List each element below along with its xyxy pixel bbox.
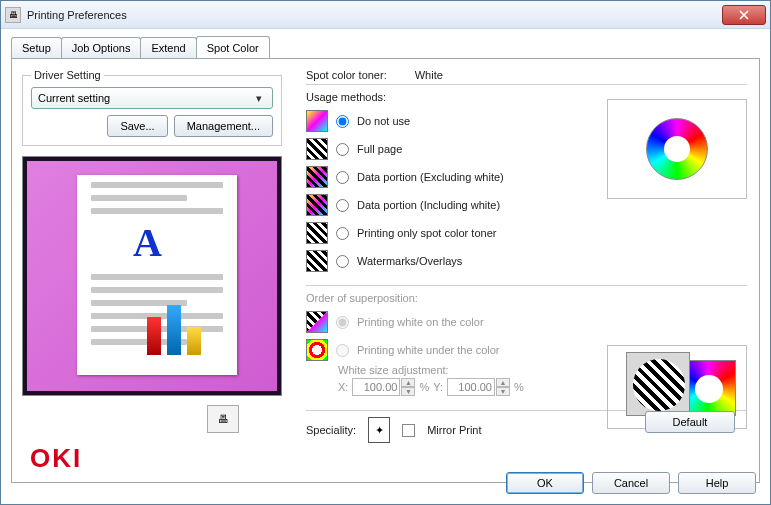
help-button[interactable]: Help bbox=[678, 472, 756, 494]
usage-methods-list: Do not use Full page Data portion (Exclu… bbox=[306, 107, 586, 275]
ring-gradient-swatch-icon bbox=[306, 339, 328, 361]
speciality-label: Speciality: bbox=[306, 424, 356, 436]
pct-label: % bbox=[419, 381, 429, 393]
radio-only-spot[interactable] bbox=[336, 227, 349, 240]
order-label: Order of superposition: bbox=[306, 292, 418, 304]
tab-label: Spot Color bbox=[207, 42, 259, 54]
speciality-icon: ✦ bbox=[368, 417, 390, 443]
pct-label: % bbox=[514, 381, 524, 393]
radio-label: Watermarks/Overlays bbox=[357, 255, 462, 267]
radio-label: Full page bbox=[357, 143, 402, 155]
window-title: Printing Preferences bbox=[27, 9, 722, 21]
order-on-color: Printing white on the color bbox=[306, 308, 747, 336]
spot-color-panel: Spot color toner: White Usage methods: D… bbox=[306, 69, 747, 443]
radio-excl-white[interactable] bbox=[336, 171, 349, 184]
preview-page: A bbox=[77, 175, 237, 375]
tab-label: Setup bbox=[22, 42, 51, 54]
radio-label: Do not use bbox=[357, 115, 410, 127]
chevron-down-icon: ▾ bbox=[252, 92, 266, 105]
cancel-button[interactable]: Cancel bbox=[592, 472, 670, 494]
radio-label: Printing white on the color bbox=[357, 316, 484, 328]
usage-incl-white: Data portion (Including white) bbox=[306, 191, 586, 219]
y-label: Y: bbox=[433, 381, 443, 393]
driver-setting-legend: Driver Setting bbox=[31, 69, 104, 81]
radio-full-page[interactable] bbox=[336, 143, 349, 156]
divider bbox=[306, 285, 747, 286]
spot-toner-label: Spot color toner: bbox=[306, 69, 387, 81]
printer-app-icon: 🖶 bbox=[5, 7, 21, 23]
page-preview: A 🖶 bbox=[22, 156, 282, 396]
dialog-buttons: OK Cancel Help bbox=[506, 472, 756, 494]
y-input bbox=[447, 378, 495, 396]
radio-do-not-use[interactable] bbox=[336, 115, 349, 128]
x-label: X: bbox=[338, 381, 348, 393]
diag-swatch-icon bbox=[306, 311, 328, 333]
mirror-print-label: Mirror Print bbox=[427, 424, 481, 436]
stripe-swatch-icon bbox=[306, 138, 328, 160]
spin-up-icon: ▲ bbox=[401, 378, 415, 387]
stripe-swatch-icon bbox=[306, 250, 328, 272]
usage-do-not-use: Do not use bbox=[306, 107, 586, 135]
radio-label: Printing only spot color toner bbox=[357, 227, 496, 239]
radio-watermarks[interactable] bbox=[336, 255, 349, 268]
spin-down-icon: ▼ bbox=[496, 387, 510, 396]
titlebar: 🖶 Printing Preferences bbox=[1, 1, 770, 29]
radio-incl-white[interactable] bbox=[336, 199, 349, 212]
button-label: Help bbox=[706, 477, 729, 489]
default-button[interactable]: Default bbox=[645, 411, 735, 433]
tab-extend[interactable]: Extend bbox=[140, 37, 196, 58]
tab-label: Job Options bbox=[72, 42, 131, 54]
divider bbox=[306, 84, 747, 85]
combo-value: Current setting bbox=[38, 92, 110, 104]
radio-white-under-color bbox=[336, 344, 349, 357]
driver-setting-group: Driver Setting Current setting ▾ Save...… bbox=[22, 69, 282, 146]
usage-full-page: Full page bbox=[306, 135, 586, 163]
white-size-adjustment-label: White size adjustment: bbox=[338, 364, 449, 376]
preview-background: A bbox=[27, 161, 277, 391]
stripe-swatch-icon bbox=[306, 222, 328, 244]
tab-label: Extend bbox=[151, 42, 185, 54]
radio-label: Data portion (Including white) bbox=[357, 199, 500, 211]
ok-button[interactable]: OK bbox=[506, 472, 584, 494]
button-label: Cancel bbox=[614, 477, 648, 489]
spin-up-icon: ▲ bbox=[496, 378, 510, 387]
spin-down-icon: ▼ bbox=[401, 387, 415, 396]
client-area: Setup Job Options Extend Spot Color Driv… bbox=[1, 29, 770, 504]
button-label: Save... bbox=[120, 120, 154, 132]
color-ring-icon bbox=[646, 118, 708, 180]
button-label: Management... bbox=[187, 120, 260, 132]
usage-watermarks: Watermarks/Overlays bbox=[306, 247, 586, 275]
tab-setup[interactable]: Setup bbox=[11, 37, 62, 58]
management-button[interactable]: Management... bbox=[174, 115, 273, 137]
usage-excl-white: Data portion (Excluding white) bbox=[306, 163, 586, 191]
usage-preview-box bbox=[607, 99, 747, 199]
close-button[interactable] bbox=[722, 5, 766, 25]
usage-only-spot: Printing only spot color toner bbox=[306, 219, 586, 247]
stripe-gradient-swatch-icon bbox=[306, 166, 328, 188]
front-circle-icon bbox=[626, 352, 690, 416]
preview-chart-icon bbox=[147, 295, 217, 355]
tab-job-options[interactable]: Job Options bbox=[61, 37, 142, 58]
driver-setting-combo[interactable]: Current setting ▾ bbox=[31, 87, 273, 109]
gradient-swatch-icon bbox=[306, 110, 328, 132]
tab-bar: Setup Job Options Extend Spot Color bbox=[11, 37, 760, 58]
radio-label: Printing white under the color bbox=[357, 344, 499, 356]
save-button[interactable]: Save... bbox=[107, 115, 167, 137]
brand-logo: OKI bbox=[30, 443, 82, 474]
x-input bbox=[352, 378, 400, 396]
preview-letter: A bbox=[133, 219, 162, 266]
close-icon bbox=[739, 10, 749, 20]
printer-icon: 🖶 bbox=[207, 405, 239, 433]
tab-spot-color[interactable]: Spot Color bbox=[196, 36, 270, 58]
x-spinner: ▲▼ bbox=[352, 378, 415, 396]
radio-label: Data portion (Excluding white) bbox=[357, 171, 504, 183]
spot-toner-value: White bbox=[415, 69, 443, 81]
stripe-gradient-swatch-icon bbox=[306, 194, 328, 216]
button-label: Default bbox=[673, 416, 708, 428]
usage-methods-label: Usage methods: bbox=[306, 91, 386, 103]
window: 🖶 Printing Preferences Setup Job Options… bbox=[0, 0, 771, 505]
y-spinner: ▲▼ bbox=[447, 378, 510, 396]
mirror-print-checkbox[interactable] bbox=[402, 424, 415, 437]
tab-page-spot-color: Driver Setting Current setting ▾ Save...… bbox=[11, 58, 760, 483]
button-label: OK bbox=[537, 477, 553, 489]
